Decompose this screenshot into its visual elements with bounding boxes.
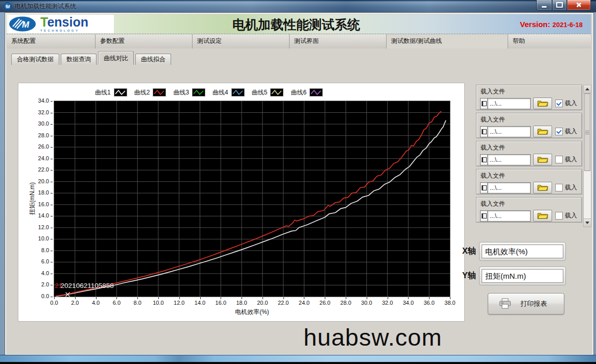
- load-file-label: 载入文件: [481, 87, 582, 96]
- minimize-button[interactable]: [536, 0, 552, 10]
- menu-tab[interactable]: 测试设定: [193, 34, 290, 48]
- version-label: Version:: [520, 20, 550, 29]
- menu-tab[interactable]: 帮助: [508, 34, 591, 48]
- y-tick-mark: [51, 124, 53, 125]
- path-icon: [480, 98, 488, 109]
- legend-line-icon: [309, 88, 323, 96]
- x-tick-mark: [221, 297, 221, 299]
- header-band: M Tension TECHNOLOGY 电机加载性能测试系统 Version:…: [7, 14, 591, 34]
- scroll-down-button[interactable]: [584, 219, 591, 227]
- x-tick-label: 12.0: [174, 300, 184, 306]
- y-tick-mark: [51, 101, 53, 102]
- legend-item[interactable]: 曲线5: [252, 88, 284, 97]
- y-tick-label: 28.0: [21, 132, 49, 138]
- logo-mark-icon: M: [9, 16, 37, 32]
- load-file-label: 载入文件: [481, 200, 582, 208]
- legend-label: 曲线4: [212, 88, 228, 97]
- load-checkbox-label[interactable]: 载入: [565, 183, 577, 192]
- menu-tab[interactable]: 测试界面: [290, 34, 387, 48]
- sub-tab[interactable]: 合格测试数据: [11, 54, 59, 65]
- load-file-label: 载入文件: [481, 143, 582, 152]
- x-tick-mark: [242, 297, 242, 299]
- file-loader-group: 载入文件...\...载入: [476, 141, 582, 166]
- x-tick-mark: [408, 297, 409, 299]
- watermark-text: huabsw.com: [214, 323, 531, 351]
- sub-tab[interactable]: 数据查询: [61, 54, 97, 65]
- sub-tab[interactable]: 曲线对比: [98, 51, 134, 65]
- load-checkbox-label[interactable]: 载入: [565, 127, 577, 136]
- plot-area: 2120210621105858: [54, 101, 450, 297]
- x-tick-label: 14.0: [195, 300, 205, 306]
- file-path-input[interactable]: ...\...: [480, 182, 531, 193]
- x-tick-mark: [116, 297, 117, 299]
- legend-item[interactable]: 曲线6: [291, 88, 323, 97]
- y-tick-mark: [51, 136, 53, 136]
- y-axis-field-value[interactable]: 扭矩(mN.m): [482, 269, 563, 283]
- y-tick-mark: [51, 205, 53, 205]
- file-path-input[interactable]: ...\...: [480, 210, 531, 222]
- x-axis-field[interactable]: 电机效率(%): [479, 242, 566, 261]
- load-checkbox-label[interactable]: 载入: [565, 99, 577, 108]
- print-report-button[interactable]: 打印报表: [488, 293, 564, 314]
- file-path-value: ...\...: [488, 154, 531, 165]
- x-tick-mark: [450, 297, 450, 299]
- loader-row: ...\...载入: [476, 210, 582, 222]
- file-path-value: ...\...: [488, 182, 531, 193]
- legend-line-icon: [114, 88, 127, 96]
- load-checkbox[interactable]: [555, 156, 563, 163]
- logo-word: ension: [47, 15, 88, 29]
- load-checkbox[interactable]: [555, 212, 563, 220]
- menu-tab[interactable]: 系统配置: [7, 34, 96, 48]
- load-checkbox[interactable]: [555, 128, 563, 135]
- y-axis-field[interactable]: 扭矩(mN.m): [479, 266, 566, 285]
- y-tick-mark: [51, 297, 53, 297]
- browse-folder-button[interactable]: [533, 210, 552, 222]
- menu-tab[interactable]: 测试数据/测试曲线: [387, 34, 508, 48]
- legend-item[interactable]: 曲线3: [173, 88, 205, 97]
- x-tick-label: 2.0: [71, 300, 79, 306]
- legend-item[interactable]: 曲线4: [212, 88, 245, 97]
- x-tick-mark: [75, 297, 76, 299]
- load-checkbox[interactable]: [555, 100, 563, 107]
- x-tick-mark: [304, 297, 304, 299]
- x-axis-title: 电机效率(%): [54, 308, 450, 317]
- y-tick-label: 8.0: [21, 247, 49, 253]
- browse-folder-button[interactable]: [533, 98, 552, 109]
- page-title: 电机加载性能测试系统: [124, 16, 468, 33]
- sub-tab[interactable]: 曲线拟合: [135, 54, 171, 65]
- load-checkbox[interactable]: [555, 184, 563, 191]
- minimize-icon: [542, 6, 546, 8]
- legend-label: 曲线1: [95, 88, 111, 97]
- legend-line-icon: [153, 88, 166, 96]
- maximize-button[interactable]: [552, 0, 567, 10]
- load-checkbox-label[interactable]: 载入: [565, 211, 577, 220]
- browse-folder-button[interactable]: [533, 126, 552, 137]
- y-tick-mark: [51, 274, 53, 274]
- x-tick-mark: [200, 297, 201, 299]
- x-axis-field-value[interactable]: 电机效率(%): [482, 245, 563, 258]
- close-button[interactable]: [567, 0, 591, 10]
- file-path-value: ...\...: [488, 126, 531, 137]
- scroll-up-button[interactable]: [584, 85, 591, 93]
- legend-line-icon: [270, 88, 283, 96]
- legend-item[interactable]: 曲线2: [134, 88, 166, 97]
- legend-label: 曲线3: [173, 88, 189, 97]
- loaders-scrollbar[interactable]: [583, 85, 591, 227]
- file-path-input[interactable]: ...\...: [480, 98, 531, 109]
- load-checkbox-label[interactable]: 载入: [565, 155, 577, 164]
- file-path-value: ...\...: [488, 98, 531, 109]
- x-tick-label: 36.0: [423, 300, 434, 306]
- title-bar[interactable]: M 电机加载性能测试系统: [0, 0, 596, 12]
- y-tick-mark: [51, 239, 53, 239]
- legend-item[interactable]: 曲线1: [95, 88, 127, 97]
- scrollbar-thumb[interactable]: [584, 93, 590, 171]
- file-path-input[interactable]: ...\...: [480, 126, 531, 137]
- file-path-input[interactable]: ...\...: [480, 154, 531, 165]
- browse-folder-button[interactable]: [533, 182, 552, 193]
- y-tick-mark: [51, 170, 53, 171]
- menu-tab[interactable]: 参数配置: [96, 34, 193, 48]
- y-tick-mark: [51, 182, 53, 182]
- browse-folder-button[interactable]: [533, 154, 552, 165]
- file-path-value: ...\...: [488, 210, 531, 222]
- y-tick-mark: [51, 228, 53, 228]
